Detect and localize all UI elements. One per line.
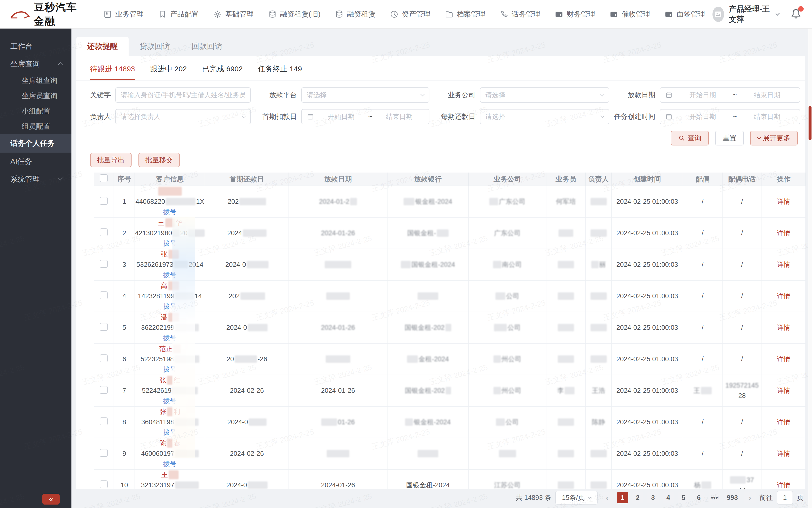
sidebar-item-坐席组查询[interactable]: 坐席组查询: [0, 73, 71, 88]
next-page-button[interactable]: ›: [744, 492, 756, 503]
notifications-button[interactable]: [790, 8, 802, 20]
first-deduct-range[interactable]: 开始日期 ~ 结束日期: [301, 109, 429, 124]
dial-link[interactable]: 拨号: [163, 396, 177, 406]
cell-salesman: [546, 217, 586, 249]
detail-link[interactable]: 详情: [777, 354, 790, 364]
nav-item-产品配置[interactable]: 产品配置: [158, 9, 199, 19]
nav-item-面签管理[interactable]: 面签管理: [664, 9, 705, 19]
monthly-due-select[interactable]: 请选择: [480, 109, 609, 124]
keyword-input[interactable]: [121, 91, 245, 99]
manager-label: 负责人: [78, 112, 115, 121]
goto-page-input[interactable]: [777, 491, 793, 505]
page-button-5[interactable]: 5: [678, 492, 689, 503]
dial-link[interactable]: 拨号: [163, 427, 177, 437]
nav-item-label: 资产管理: [402, 9, 430, 19]
sidebar-item-系统管理[interactable]: 系统管理: [0, 170, 71, 188]
row-checkbox[interactable]: [100, 480, 108, 488]
prev-page-button[interactable]: ‹: [602, 492, 613, 503]
bulk-transfer-button[interactable]: 批量移交: [139, 153, 180, 167]
nav-item-档案管理[interactable]: 档案管理: [445, 9, 485, 19]
detail-link[interactable]: 详情: [777, 449, 790, 459]
detail-link[interactable]: 详情: [777, 259, 790, 270]
nav-item-业务管理[interactable]: 业务管理: [103, 9, 144, 19]
cell-action: 详情: [762, 438, 806, 469]
nav-item-融资租赁[interactable]: 融资租赁: [335, 9, 376, 19]
bulk-export-button[interactable]: 批量导出: [90, 153, 131, 167]
nav-item-资产管理[interactable]: 资产管理: [390, 9, 430, 19]
sidebar-item-AI任务[interactable]: AI任务: [0, 153, 71, 170]
cell-manager: [586, 312, 612, 343]
page-button-3[interactable]: 3: [648, 492, 659, 503]
dial-link[interactable]: 拨号: [163, 207, 177, 217]
dial-link[interactable]: 拨号: [163, 333, 177, 343]
nav-item-label: 催收管理: [622, 9, 650, 19]
sidebar-item-坐席查询[interactable]: 坐席查询: [0, 55, 71, 73]
avatar[interactable]: [712, 7, 724, 22]
sidebar-item-坐席员查询[interactable]: 坐席员查询: [0, 88, 71, 103]
page-button-6[interactable]: 6: [693, 492, 705, 503]
sidebar-item-工作台[interactable]: 工作台: [0, 37, 71, 55]
company-select[interactable]: 请选择: [480, 87, 609, 102]
row-checkbox[interactable]: [100, 417, 108, 425]
row-checkbox[interactable]: [100, 228, 108, 236]
row-index: 6: [114, 343, 135, 375]
page-button-1[interactable]: 1: [617, 492, 628, 503]
row-checkbox[interactable]: [100, 323, 108, 331]
tab-还款提醒[interactable]: 还款提醒: [76, 37, 128, 56]
sidebar-item-小组配置[interactable]: 小组配置: [0, 103, 71, 119]
dial-link[interactable]: 拨号: [163, 238, 177, 249]
subtab-任务终止[interactable]: 任务终止 149: [258, 64, 302, 80]
dial-link[interactable]: 拨号: [163, 301, 177, 311]
sidebar-collapse-button[interactable]: «: [42, 494, 60, 505]
cell-first_due: 2024: [205, 217, 289, 249]
loan-date-range[interactable]: 开始日期 ~ 结束日期: [660, 87, 800, 102]
sidebar-item-话务个人任务[interactable]: 话务个人任务: [0, 134, 71, 153]
row-checkbox[interactable]: [100, 197, 108, 205]
row-checkbox[interactable]: [100, 386, 108, 394]
nav-item-话务管理[interactable]: 话务管理: [500, 9, 540, 19]
logo[interactable]: 豆秒汽车金融: [10, 0, 87, 28]
page-button-2[interactable]: 2: [632, 492, 644, 503]
tab-回款回访[interactable]: 回款回访: [181, 37, 233, 56]
pie-icon: [390, 10, 399, 19]
redacted-block: [590, 229, 607, 237]
platform-select[interactable]: 请选择: [301, 87, 429, 102]
page-button-993[interactable]: 993: [724, 492, 740, 503]
dial-link[interactable]: 拨号: [163, 364, 177, 375]
detail-link[interactable]: 详情: [777, 323, 790, 333]
page-size-select[interactable]: 15条/页: [555, 491, 598, 505]
query-button[interactable]: 查询: [671, 131, 709, 145]
sidebar-item-组员配置[interactable]: 组员配置: [0, 119, 71, 134]
expand-more-button[interactable]: 展开更多: [750, 131, 798, 145]
row-checkbox[interactable]: [100, 260, 108, 268]
subtab-待跟进[interactable]: 待跟进 14893: [90, 64, 135, 80]
row-checkbox[interactable]: [100, 449, 108, 457]
dial-link[interactable]: 拨号: [163, 459, 177, 469]
task-created-range[interactable]: 开始日期 ~ 结束日期: [660, 109, 800, 124]
manager-select[interactable]: 请选择负责人: [115, 109, 251, 124]
user-menu[interactable]: 产品经理-王文萍: [729, 4, 771, 25]
nav-item-融资租赁(旧)[interactable]: 融资租赁(旧): [268, 9, 320, 19]
detail-link[interactable]: 详情: [777, 228, 790, 238]
detail-link[interactable]: 详情: [777, 385, 790, 396]
page-button-4[interactable]: 4: [663, 492, 674, 503]
row-checkbox[interactable]: [100, 291, 108, 299]
redacted-block: [173, 229, 179, 237]
page-button-•••[interactable]: •••: [708, 492, 720, 503]
detail-link[interactable]: 详情: [777, 197, 790, 207]
scrollbar-thumb[interactable]: [809, 106, 812, 140]
dial-link[interactable]: 拨号: [163, 270, 177, 280]
reset-button[interactable]: 重置: [715, 131, 744, 145]
nav-item-财务管理[interactable]: 财务管理: [554, 9, 595, 19]
cell-action: 详情: [762, 343, 806, 375]
subtab-跟进中[interactable]: 跟进中 202: [150, 64, 187, 80]
subtab-已完成[interactable]: 已完成 6902: [202, 64, 243, 80]
nav-item-催收管理[interactable]: 催收管理: [610, 9, 650, 19]
nav-item-基础管理[interactable]: 基础管理: [213, 9, 254, 19]
tab-贷款回访[interactable]: 贷款回访: [128, 37, 181, 56]
row-checkbox[interactable]: [100, 354, 108, 362]
scrollbar-track[interactable]: [808, 29, 812, 508]
detail-link[interactable]: 详情: [777, 417, 790, 427]
select-all-checkbox[interactable]: [100, 174, 108, 182]
detail-link[interactable]: 详情: [777, 291, 790, 301]
